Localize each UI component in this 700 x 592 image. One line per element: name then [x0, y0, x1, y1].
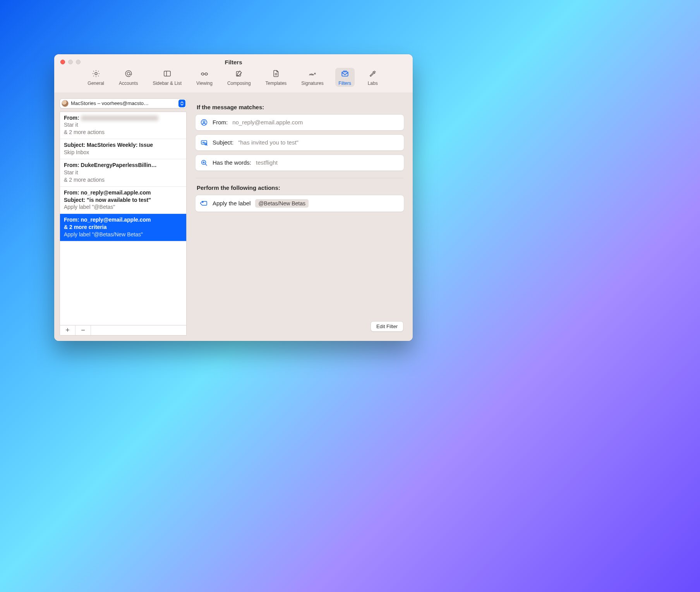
popup-stepper-icon	[178, 100, 185, 107]
traffic-lights	[60, 60, 81, 64]
at-sign-icon	[124, 69, 134, 79]
tab-label: Templates	[266, 81, 287, 86]
filter-detail-panel: If the message matches: From: no_reply@e…	[192, 98, 407, 336]
condition-key: Has the words:	[213, 159, 251, 166]
tab-sidebar-list[interactable]: Sidebar & List	[149, 68, 185, 87]
condition-row-from: From: no_reply@email.apple.com	[195, 114, 404, 131]
filter-title: From:	[64, 115, 79, 121]
actions-group: Apply the label @Betas/New Betas	[195, 195, 404, 212]
filter-list-item[interactable]: From: Star it & 2 more actions	[60, 112, 186, 139]
glasses-icon	[199, 69, 209, 79]
window-title: Filters	[54, 54, 413, 65]
svg-point-8	[203, 120, 205, 122]
label-chip: @Betas/New Betas	[255, 199, 309, 208]
redacted-text	[81, 115, 158, 121]
edit-filter-wrap: Edit Filter	[371, 321, 403, 332]
action-row-apply-label: Apply the label @Betas/New Betas	[195, 195, 404, 212]
gear-icon	[91, 69, 101, 79]
filter-subtext: Skip Inbox	[64, 149, 182, 156]
condition-value: testflight	[256, 159, 278, 166]
filter-subtext: & 2 more actions	[64, 129, 182, 136]
condition-row-subject: Subject: "has invited you to test"	[195, 134, 404, 151]
document-icon	[271, 69, 281, 79]
filter-subtext: Star it	[64, 169, 182, 176]
filter-subtext: Apply label "@Betas/New Betas"	[64, 231, 182, 238]
list-footer-spacer	[91, 325, 186, 335]
filter-list-item[interactable]: Subject: MacStories Weekly: Issue Skip I…	[60, 139, 186, 159]
condition-row-has-words: Has the words: testflight	[195, 155, 404, 171]
preferences-window: Filters General Accounts Sidebar & List	[54, 54, 413, 341]
account-picker-label: MacStories – voorhees@macsto…	[71, 100, 176, 106]
compose-icon	[234, 69, 244, 79]
plus-icon: +	[65, 326, 70, 334]
subject-icon	[200, 139, 208, 146]
remove-filter-button[interactable]: −	[75, 325, 91, 335]
svg-point-0	[95, 72, 97, 75]
action-key: Apply the label	[213, 200, 250, 207]
filter-title: Subject: MacStories Weekly: Issue	[64, 141, 182, 149]
filter-title: From: no_reply@email.apple.com	[64, 216, 182, 224]
tab-labs[interactable]: Labs	[363, 68, 383, 87]
tab-label: Filters	[338, 81, 351, 86]
svg-rect-2	[164, 71, 170, 76]
tab-filters[interactable]: Filters	[335, 68, 355, 87]
hammer-icon	[368, 69, 378, 79]
svg-point-12	[202, 201, 203, 202]
left-column: MacStories – voorhees@macsto… From: Star…	[60, 98, 187, 336]
titlebar: Filters General Accounts Sidebar & List	[54, 54, 413, 93]
filter-list-item[interactable]: From: DukeEnergyPaperlessBillin… Star it…	[60, 159, 186, 187]
filter-subtext: Apply label "@Betas"	[64, 203, 182, 211]
minimize-window-button[interactable]	[68, 60, 73, 64]
tab-label: General	[88, 81, 104, 86]
tab-composing[interactable]: Composing	[224, 68, 254, 87]
filter-title-2: & 2 more criteria	[64, 224, 182, 231]
conditions-group: From: no_reply@email.apple.com Subject: …	[195, 114, 404, 171]
tab-label: Accounts	[119, 81, 138, 86]
svg-point-1	[127, 72, 130, 75]
tab-viewing[interactable]: Viewing	[193, 68, 216, 87]
conditions-heading: If the message matches:	[197, 104, 403, 110]
condition-key: From:	[213, 119, 228, 126]
avatar	[62, 100, 69, 107]
close-window-button[interactable]	[60, 60, 65, 64]
filter-list-item-selected[interactable]: From: no_reply@email.apple.com & 2 more …	[60, 214, 186, 241]
content-area: MacStories – voorhees@macsto… From: Star…	[54, 93, 413, 341]
filter-list[interactable]: From: Star it & 2 more actions Subject: …	[60, 112, 187, 325]
filter-title-2: Subject: "is now available to test"	[64, 196, 182, 204]
tab-accounts[interactable]: Accounts	[116, 68, 141, 87]
tab-label: Signatures	[301, 81, 323, 86]
filter-title: From: DukeEnergyPaperlessBillin…	[64, 162, 182, 169]
account-picker[interactable]: MacStories – voorhees@macsto…	[60, 98, 187, 108]
filter-list-item[interactable]: From: no_reply@email.apple.com Subject: …	[60, 187, 186, 214]
filter-subtext: & 2 more actions	[64, 176, 182, 184]
tab-label: Labs	[368, 81, 378, 86]
tab-label: Sidebar & List	[153, 81, 182, 86]
actions-heading: Perform the following actions:	[197, 184, 403, 191]
preferences-toolbar: General Accounts Sidebar & List Viewing	[54, 68, 413, 87]
svg-point-5	[205, 72, 208, 75]
person-circle-icon	[200, 119, 208, 126]
tab-signatures[interactable]: Signatures	[298, 68, 326, 87]
minus-icon: −	[81, 326, 85, 334]
svg-point-4	[201, 72, 204, 75]
filter-subtext: Star it	[64, 121, 182, 129]
condition-value: no_reply@email.apple.com	[232, 119, 303, 126]
tab-label: Composing	[227, 81, 251, 86]
tag-icon	[200, 200, 208, 207]
filters-icon	[340, 69, 350, 79]
tab-general[interactable]: General	[84, 68, 107, 87]
list-footer: + −	[60, 325, 187, 336]
svg-rect-9	[201, 140, 207, 144]
section-divider	[196, 178, 403, 178]
signature-icon	[307, 69, 317, 79]
zoom-window-button[interactable]	[76, 60, 81, 64]
search-icon	[200, 159, 208, 167]
svg-rect-6	[342, 72, 348, 76]
filter-title: From: no_reply@email.apple.com	[64, 189, 182, 196]
add-filter-button[interactable]: +	[60, 325, 75, 335]
condition-key: Subject:	[213, 139, 233, 146]
tab-templates[interactable]: Templates	[262, 68, 290, 87]
edit-filter-button[interactable]: Edit Filter	[371, 321, 403, 332]
tab-label: Viewing	[196, 81, 213, 86]
sidebar-icon	[162, 69, 172, 79]
